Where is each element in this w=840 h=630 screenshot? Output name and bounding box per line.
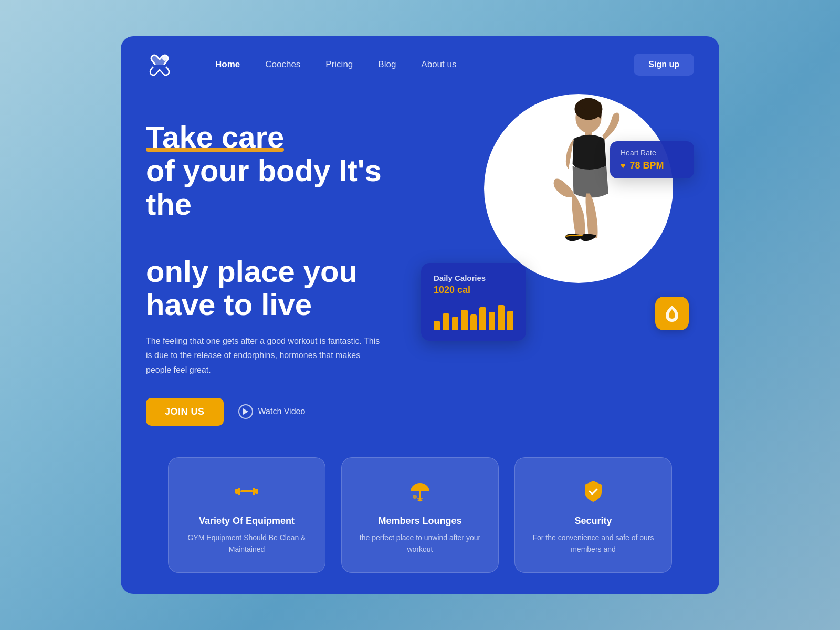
features-section: Variety Of Equipment GYM Equipment Shoul… — [121, 447, 719, 594]
bar — [470, 314, 477, 330]
svg-rect-11 — [255, 489, 258, 494]
calories-chart — [434, 303, 513, 330]
heart-icon: ♥ — [621, 161, 626, 171]
hero-section: Take care of your body It's the only pla… — [121, 89, 719, 446]
hero-description: The feeling that one gets after a good w… — [146, 334, 387, 377]
equipment-title: Variety Of Equipment — [199, 516, 295, 527]
logo — [146, 53, 173, 76]
hero-actions: JOIN US Watch Video — [146, 398, 421, 426]
svg-marker-1 — [243, 408, 248, 415]
lounge-icon — [405, 477, 435, 506]
play-icon — [238, 404, 253, 419]
nav-home[interactable]: Home — [215, 59, 240, 70]
nav-links: Home Cooches Pricing Blog About us — [215, 59, 634, 70]
athlete-image — [484, 94, 673, 283]
lounge-title: Members Lounges — [378, 516, 461, 527]
main-container: Home Cooches Pricing Blog About us Sign … — [121, 36, 719, 593]
heart-rate-value: ♥ 78 BPM — [621, 160, 684, 171]
hero-right: Heart Rate ♥ 78 BPM Daily Calories 1020 … — [421, 99, 694, 351]
app-icon — [655, 297, 689, 330]
svg-point-0 — [162, 56, 167, 61]
calories-card: Daily Calories 1020 cal — [421, 263, 526, 341]
lounge-desc: the perfect place to unwind after your w… — [356, 532, 484, 555]
navbar: Home Cooches Pricing Blog About us Sign … — [121, 36, 719, 89]
feature-equipment: Variety Of Equipment GYM Equipment Shoul… — [168, 457, 326, 573]
hero-title-line1: Take care — [146, 120, 284, 154]
bar — [507, 311, 513, 330]
feature-security: Security For the convenience and safe of… — [514, 457, 672, 573]
join-button[interactable]: JOIN US — [146, 398, 224, 426]
dumbbell-icon — [232, 477, 261, 506]
hero-title-line2: of your body It's the — [146, 154, 421, 221]
calories-label: Daily Calories — [434, 274, 513, 282]
heart-rate-card: Heart Rate ♥ 78 BPM — [610, 141, 694, 178]
bar — [498, 305, 504, 330]
bar — [461, 310, 467, 330]
svg-rect-10 — [235, 489, 238, 494]
svg-rect-8 — [253, 488, 255, 495]
nav-pricing[interactable]: Pricing — [326, 59, 353, 70]
svg-point-13 — [413, 495, 417, 499]
bpm-value: 78 BPM — [630, 160, 664, 171]
nav-cooches[interactable]: Cooches — [265, 59, 300, 70]
svg-rect-6 — [238, 488, 240, 495]
bar — [479, 307, 486, 330]
hero-title-line3: only place you have to live — [146, 255, 421, 322]
security-title: Security — [574, 516, 612, 527]
hero-title: Take care of your body It's the only pla… — [146, 120, 421, 321]
security-desc: For the convenience and safe of ours mem… — [530, 532, 657, 555]
heart-rate-label: Heart Rate — [621, 149, 684, 157]
bar — [443, 313, 449, 330]
svg-rect-9 — [240, 490, 253, 492]
equipment-desc: GYM Equipment Should Be Clean & Maintain… — [183, 532, 310, 555]
bar — [452, 317, 458, 330]
watch-video-button[interactable]: Watch Video — [238, 404, 306, 419]
svg-rect-14 — [417, 498, 423, 499]
nav-blog[interactable]: Blog — [378, 59, 396, 70]
signup-button[interactable]: Sign up — [634, 54, 694, 76]
bar — [434, 321, 440, 330]
feature-lounge: Members Lounges the perfect place to unw… — [341, 457, 499, 573]
hero-left: Take care of your body It's the only pla… — [146, 99, 421, 425]
shield-icon — [579, 477, 608, 506]
watch-video-label: Watch Video — [258, 407, 306, 416]
bar — [489, 312, 495, 330]
nav-about[interactable]: About us — [421, 59, 456, 70]
calories-value: 1020 cal — [434, 285, 513, 296]
